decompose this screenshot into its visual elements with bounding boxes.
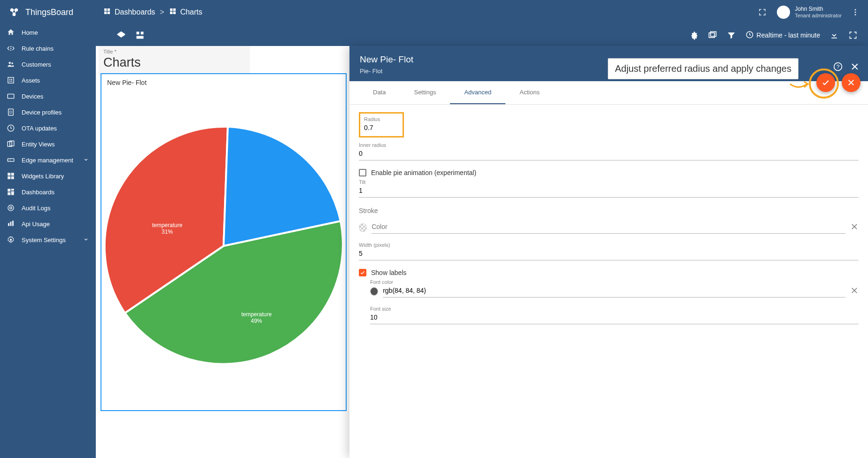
- grid-icon[interactable]: [135, 31, 145, 40]
- show-labels-checkbox[interactable]: [359, 269, 366, 276]
- user-menu[interactable]: John Smith Tenant administrator: [777, 6, 842, 19]
- sidebar-item-api-usage[interactable]: Api Usage: [0, 216, 96, 232]
- sidebar-item-assets[interactable]: Assets: [0, 72, 96, 88]
- widgets-icon: [7, 172, 15, 180]
- sidebar-item-label: System Settings: [22, 237, 66, 244]
- svg-point-28: [10, 207, 12, 209]
- sidebar-item-audit-logs[interactable]: Audit Logs: [0, 200, 96, 216]
- widget-preview[interactable]: New Pie- Flot temperature 31% temperatur…: [101, 73, 347, 411]
- svg-rect-45: [137, 32, 140, 35]
- svg-rect-20: [11, 173, 14, 176]
- svg-rect-6: [9, 79, 10, 80]
- sidebar-item-label: Home: [22, 29, 38, 36]
- brand-logo[interactable]: ThingsBoard: [0, 0, 96, 24]
- animation-checkbox[interactable]: [359, 169, 366, 176]
- kebab-icon[interactable]: [850, 7, 860, 17]
- stroke-color-swatch[interactable]: [359, 223, 367, 232]
- pie-chart: temperature 31% temperature 49%: [101, 100, 346, 391]
- inner-radius-input[interactable]: [359, 148, 859, 160]
- user-role: Tenant administrator: [795, 13, 842, 18]
- title-field-label: Title *: [103, 49, 245, 54]
- font-size-input[interactable]: [370, 312, 859, 324]
- sidebar-item-dashboards[interactable]: Dashboards: [0, 184, 96, 200]
- tilt-input[interactable]: [359, 185, 859, 198]
- settings-icon: [7, 236, 15, 244]
- sidebar-item-rule-chains[interactable]: Rule chains: [0, 40, 96, 56]
- close-icon[interactable]: [850, 62, 860, 71]
- sidebar-item-edge-management[interactable]: Edge management: [0, 152, 96, 168]
- tab-settings[interactable]: Settings: [400, 81, 450, 104]
- help-icon[interactable]: ?: [833, 62, 843, 71]
- stroke-width-input[interactable]: [359, 248, 859, 260]
- sidebar-item-customers[interactable]: Customers: [0, 56, 96, 72]
- tab-data[interactable]: Data: [359, 81, 400, 104]
- fullscreen2-icon[interactable]: [848, 31, 858, 40]
- brand-name: ThingsBoard: [25, 8, 73, 17]
- api-icon: [7, 220, 15, 228]
- sidebar-item-home[interactable]: Home: [0, 24, 96, 40]
- tab-actions[interactable]: Actions: [505, 81, 554, 104]
- dashboards-icon: [7, 188, 15, 196]
- stroke-color-input[interactable]: [372, 221, 845, 234]
- sidebar-item-label: OTA updates: [22, 125, 57, 132]
- svg-point-27: [8, 205, 14, 211]
- fullscreen-icon[interactable]: [757, 7, 767, 17]
- apply-highlight: [809, 69, 839, 99]
- sidebar-item-label: Dashboards: [22, 189, 54, 196]
- clear-fontcolor-icon[interactable]: [850, 286, 859, 297]
- instruction-callout: Adjust preferred radius and apply change…: [608, 58, 798, 79]
- svg-rect-8: [9, 81, 10, 82]
- widget-config-panel: New Pie- Flot Pie- Flot ? Adjust preferr…: [349, 46, 868, 458]
- svg-point-32: [10, 239, 12, 241]
- sidebar-item-label: Device profiles: [22, 109, 62, 116]
- font-color-input[interactable]: [383, 285, 845, 298]
- sidebar-item-system-settings[interactable]: System Settings: [0, 232, 96, 248]
- breadcrumb-charts[interactable]: Charts: [169, 8, 202, 17]
- sidebar-item-ota-updates[interactable]: OTA updates: [0, 120, 96, 136]
- timewindow-button[interactable]: Realtime - last minute: [745, 31, 820, 40]
- svg-rect-5: [8, 77, 14, 83]
- svg-rect-23: [8, 189, 10, 191]
- svg-text:temperature: temperature: [241, 311, 272, 318]
- dashboard-icon: [103, 8, 111, 17]
- tab-advanced[interactable]: Advanced: [450, 81, 505, 104]
- svg-point-43: [855, 12, 856, 13]
- gear-icon[interactable]: [689, 31, 698, 40]
- sidebar-item-device-profiles[interactable]: DDevice profiles: [0, 104, 96, 120]
- sidebar-item-entity-views[interactable]: Entity Views: [0, 136, 96, 152]
- cancel-button[interactable]: [842, 73, 860, 92]
- sidebar-item-label: Entity Views: [22, 141, 55, 148]
- animation-label: Enable pie animation (experimental): [371, 169, 476, 176]
- title-panel: Title * Charts: [99, 46, 250, 76]
- svg-text:temperature: temperature: [152, 222, 183, 229]
- svg-point-41: [782, 9, 785, 12]
- sidebar-item-devices[interactable]: Devices: [0, 88, 96, 104]
- chevron-down-icon: [83, 236, 89, 244]
- sidebar-item-widgets-library[interactable]: Widgets Library: [0, 168, 96, 184]
- clear-color-icon[interactable]: [850, 222, 859, 233]
- tilt-label: Tilt: [359, 179, 859, 185]
- entity-alias-icon[interactable]: [708, 31, 717, 40]
- assets-icon: [7, 76, 15, 84]
- breadcrumb-separator: >: [160, 8, 164, 16]
- font-size-label: Font size: [370, 306, 859, 312]
- download-icon[interactable]: [829, 31, 839, 40]
- sidebar-item-label: Edge management: [22, 157, 73, 164]
- svg-point-18: [10, 160, 11, 160]
- title-field-value[interactable]: Charts: [103, 55, 245, 70]
- svg-rect-36: [108, 12, 110, 14]
- svg-rect-22: [11, 176, 14, 179]
- breadcrumb-dashboards[interactable]: Dashboards: [103, 8, 155, 17]
- font-color-swatch[interactable]: [370, 287, 378, 296]
- svg-text:D: D: [9, 110, 12, 114]
- entity-icon: [7, 140, 15, 148]
- layers-icon[interactable]: [116, 31, 126, 40]
- svg-point-3: [9, 62, 11, 64]
- svg-rect-47: [137, 36, 144, 39]
- filter-icon[interactable]: [727, 31, 736, 40]
- svg-text:49%: 49%: [251, 318, 262, 324]
- radius-input[interactable]: [364, 122, 399, 134]
- home-icon: [7, 28, 15, 37]
- sidebar-item-label: Widgets Library: [22, 173, 64, 180]
- svg-rect-33: [104, 8, 107, 11]
